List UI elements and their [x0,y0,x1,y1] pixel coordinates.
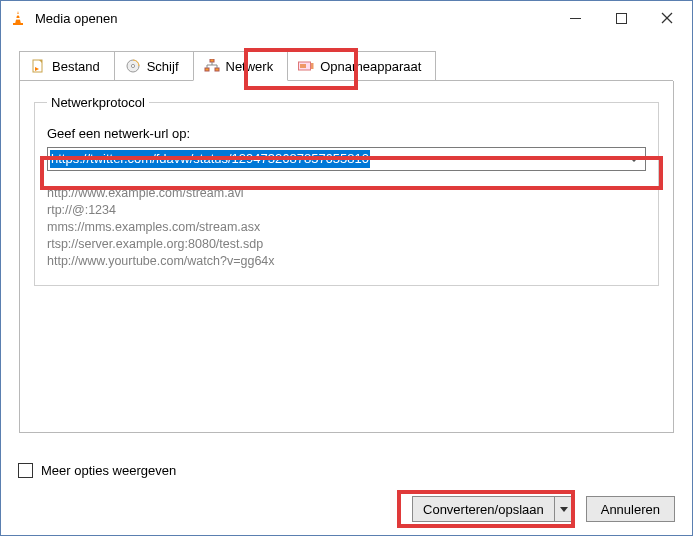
group-network-protocol: Netwerkprotocol Geef een netwerk-url op:… [34,95,659,286]
more-options-label: Meer opties weergeven [41,463,176,478]
tab-label: Opnameapparaat [320,59,421,74]
titlebar: Media openen [1,1,692,35]
url-examples: http://www.example.com/stream.avi rtp://… [47,185,646,269]
svg-rect-15 [215,68,219,71]
tab-label: Bestand [52,59,100,74]
network-url-input[interactable] [47,147,646,171]
network-icon [204,58,220,74]
svg-rect-22 [311,63,314,69]
maximize-button[interactable] [598,3,644,33]
close-button[interactable] [644,3,690,33]
example-line: http://www.yourtube.com/watch?v=gg64x [47,253,646,270]
vlc-cone-icon [9,9,27,27]
convert-save-label: Converteren/opslaan [413,497,555,521]
cancel-button[interactable]: Annuleren [586,496,675,522]
svg-rect-1 [16,14,21,16]
svg-rect-13 [210,59,214,62]
svg-marker-0 [15,11,21,24]
dropdown-arrow-icon[interactable] [555,497,573,521]
disc-icon [125,58,141,74]
svg-rect-21 [300,64,306,68]
example-line: mms://mms.examples.com/stream.asx [47,219,646,236]
file-icon [30,58,46,74]
svg-rect-2 [15,18,21,20]
more-options-checkbox[interactable] [18,463,33,478]
tab-network[interactable]: Netwerk [193,51,289,81]
window-title: Media openen [35,11,117,26]
minimize-button[interactable] [552,3,598,33]
url-label: Geef een netwerk-url op: [47,126,646,141]
example-line: rtp://@:1234 [47,202,646,219]
example-line: http://www.example.com/stream.avi [47,185,646,202]
convert-save-button[interactable]: Converteren/opslaan [412,496,574,522]
cancel-label: Annuleren [601,502,660,517]
example-line: rtsp://server.example.org:8080/test.sdp [47,236,646,253]
svg-rect-5 [616,13,626,23]
dialog-footer: Meer opties weergeven Converteren/opslaa… [18,463,675,522]
tab-file[interactable]: Bestand [19,51,115,81]
svg-point-12 [131,64,134,67]
tab-capture[interactable]: Opnameapparaat [287,51,436,81]
svg-rect-8 [33,60,42,72]
svg-marker-23 [560,507,568,512]
tab-label: Schijf [147,59,179,74]
url-dropdown-icon[interactable] [626,151,642,167]
capture-device-icon [298,58,314,74]
tab-panel-network: Netwerkprotocol Geef een netwerk-url op:… [19,81,674,433]
tab-label: Netwerk [226,59,274,74]
svg-rect-3 [13,23,23,25]
group-legend: Netwerkprotocol [47,95,149,110]
tab-bar: Bestand Schijf Netwerk Opnameapparaat [1,35,692,81]
tab-disc[interactable]: Schijf [114,51,194,81]
svg-rect-14 [205,68,209,71]
